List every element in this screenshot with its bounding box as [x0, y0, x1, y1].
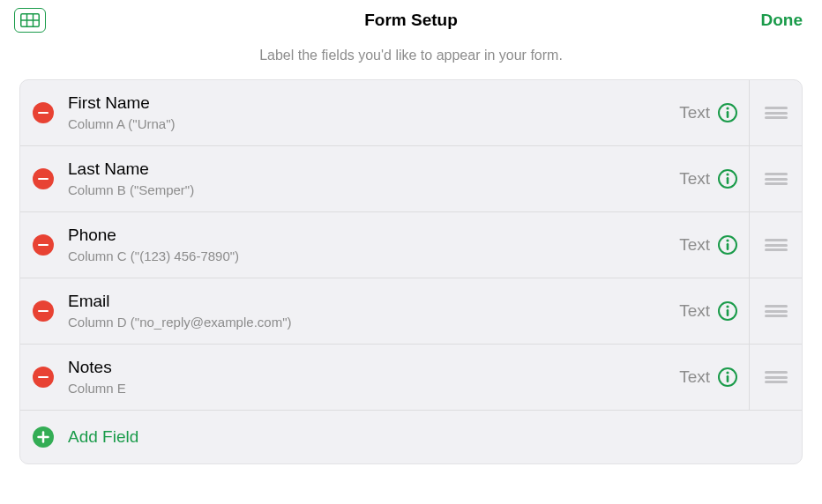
- field-type: Text: [679, 169, 710, 189]
- drag-handle-icon: [765, 173, 788, 185]
- field-label: Email: [68, 291, 679, 312]
- svg-point-5: [726, 107, 729, 109]
- field-label: Last Name: [68, 159, 679, 180]
- add-field-row[interactable]: Add Field: [20, 411, 802, 463]
- fields-panel: First Name Column A ("Urna") Text Last N…: [19, 79, 803, 464]
- add-field-label: Add Field: [68, 427, 138, 447]
- svg-rect-9: [727, 177, 729, 184]
- drag-cell[interactable]: [749, 80, 802, 145]
- field-column: Column C ("(123) 456-7890"): [68, 248, 679, 265]
- info-icon: [717, 300, 738, 322]
- svg-point-14: [726, 305, 729, 308]
- info-icon: [717, 367, 738, 388]
- field-info[interactable]: First Name Column A ("Urna"): [68, 82, 679, 144]
- field-row: Email Column D ("no_reply@example.com") …: [20, 278, 802, 345]
- field-column: Column B ("Semper"): [68, 182, 679, 199]
- plus-icon: [37, 431, 49, 443]
- svg-point-8: [726, 173, 729, 175]
- info-icon: [717, 168, 738, 189]
- minus-icon: [38, 244, 49, 247]
- field-column: Column A ("Urna"): [68, 115, 679, 133]
- drag-handle-icon: [765, 107, 788, 119]
- svg-rect-6: [727, 111, 729, 118]
- minus-icon: [38, 178, 49, 181]
- done-button[interactable]: Done: [756, 7, 809, 33]
- svg-point-17: [726, 371, 729, 374]
- field-row: First Name Column A ("Urna") Text: [20, 80, 802, 146]
- drag-cell[interactable]: [749, 345, 802, 410]
- field-row: Phone Column C ("(123) 456-7890") Text: [20, 212, 802, 278]
- drag-handle-icon: [765, 239, 788, 251]
- info-icon: [717, 234, 738, 256]
- page-subtitle: Label the fields you'd like to appear in…: [0, 41, 822, 79]
- field-row: Last Name Column B ("Semper") Text: [20, 146, 802, 212]
- minus-icon: [38, 112, 49, 115]
- drag-handle-icon: [765, 305, 788, 317]
- field-info-button[interactable]: [717, 367, 738, 388]
- table-icon: [20, 13, 40, 27]
- field-info[interactable]: Notes Column E: [68, 346, 679, 408]
- remove-field-button[interactable]: [33, 234, 54, 256]
- minus-icon: [38, 310, 49, 313]
- svg-rect-18: [727, 375, 729, 382]
- svg-rect-12: [727, 243, 729, 250]
- drag-cell[interactable]: [749, 212, 802, 278]
- field-info-button[interactable]: [717, 234, 738, 256]
- remove-field-button[interactable]: [33, 300, 54, 322]
- field-info-button[interactable]: [717, 300, 738, 322]
- field-info[interactable]: Email Column D ("no_reply@example.com"): [68, 280, 679, 342]
- remove-field-button[interactable]: [33, 102, 54, 123]
- add-field-button[interactable]: [33, 426, 54, 448]
- field-type: Text: [679, 301, 710, 321]
- svg-point-11: [726, 239, 729, 241]
- drag-cell[interactable]: [749, 146, 802, 211]
- field-info[interactable]: Last Name Column B ("Semper"): [68, 148, 679, 210]
- field-column: Column D ("no_reply@example.com"): [68, 314, 679, 331]
- field-column: Column E: [68, 380, 679, 397]
- field-row: Notes Column E Text: [20, 345, 802, 411]
- table-button[interactable]: [14, 8, 46, 33]
- info-icon: [717, 102, 738, 123]
- field-info-button[interactable]: [717, 102, 738, 123]
- header-bar: Form Setup Done: [0, 0, 822, 41]
- field-label: Notes: [68, 357, 679, 378]
- svg-rect-15: [727, 309, 729, 316]
- field-type: Text: [679, 235, 710, 255]
- drag-cell[interactable]: [749, 278, 802, 344]
- remove-field-button[interactable]: [33, 367, 54, 388]
- field-type: Text: [679, 367, 710, 387]
- field-type: Text: [679, 103, 710, 122]
- field-label: Phone: [68, 225, 679, 246]
- field-info-button[interactable]: [717, 168, 738, 189]
- page-title: Form Setup: [364, 11, 458, 30]
- field-info[interactable]: Phone Column C ("(123) 456-7890"): [68, 214, 679, 276]
- remove-field-button[interactable]: [33, 168, 54, 189]
- field-label: First Name: [68, 93, 679, 114]
- drag-handle-icon: [765, 371, 788, 383]
- minus-icon: [38, 376, 49, 379]
